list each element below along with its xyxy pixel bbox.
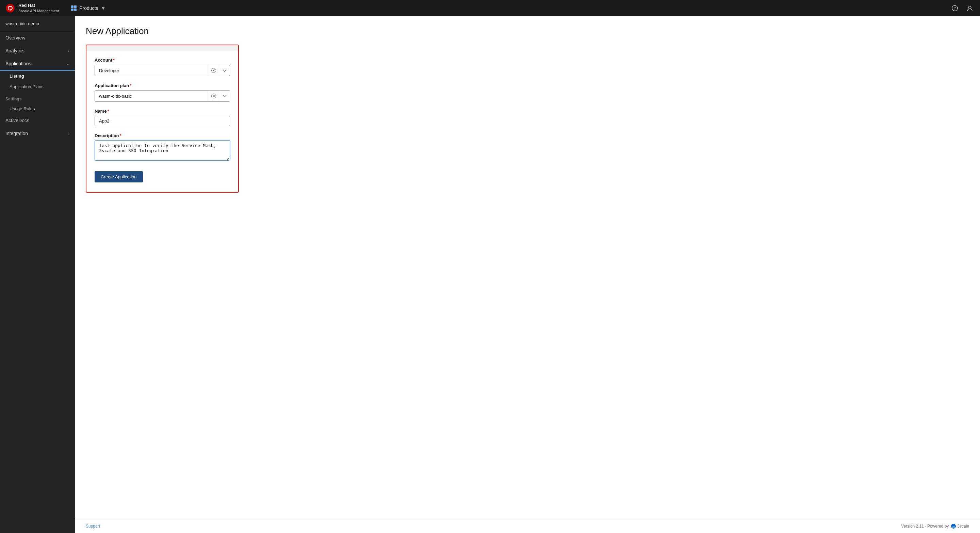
main-layout: wasm-oidc-demo Overview Analytics › Appl… (0, 16, 980, 533)
user-button[interactable] (965, 3, 975, 13)
application-plan-label: Application plan* (95, 83, 230, 88)
products-label: Products (79, 5, 98, 11)
sidebar-item-integration[interactable]: Integration › (0, 127, 75, 140)
svg-rect-4 (74, 8, 76, 11)
support-link[interactable]: Support (86, 524, 100, 528)
svg-text:?: ? (954, 6, 956, 10)
help-button[interactable]: ? (950, 3, 959, 13)
new-application-form: Account* Developer (86, 45, 239, 193)
account-select[interactable]: Developer (95, 65, 230, 76)
sidebar-item-usage-rules[interactable]: Usage Rules (0, 103, 75, 114)
plan-chevron-icon (223, 95, 227, 97)
account-field-group: Account* Developer (95, 57, 230, 76)
nav-right: ? (950, 3, 975, 13)
page-title: New Application (86, 26, 969, 37)
sidebar-item-applications[interactable]: Applications ⌄ (0, 57, 75, 71)
sidebar-item-application-plans[interactable]: Application Plans (0, 81, 75, 92)
activedocs-label: ActiveDocs (5, 118, 29, 123)
account-clear-button[interactable] (208, 65, 219, 76)
description-field-group: Description* Test application to verify … (95, 133, 230, 162)
application-plans-label: Application Plans (10, 84, 43, 89)
svg-rect-1 (71, 5, 73, 8)
products-menu-button[interactable]: Products ▼ (67, 3, 109, 14)
listing-label: Listing (10, 73, 24, 79)
plan-clear-icon (211, 94, 216, 99)
application-plan-value: wasm-oidc-basic (95, 91, 208, 101)
dropdown-chevron-icon (223, 69, 227, 72)
plan-dropdown-button[interactable] (219, 91, 230, 102)
sidebar-item-overview[interactable]: Overview (0, 31, 75, 44)
form-header-bar (86, 45, 238, 51)
name-field-group: Name* (95, 108, 230, 126)
clear-icon (211, 68, 216, 73)
applications-chevron-icon: ⌄ (66, 61, 69, 66)
plan-clear-button[interactable] (208, 91, 219, 102)
analytics-chevron-icon: › (68, 48, 69, 53)
sidebar: wasm-oidc-demo Overview Analytics › Appl… (0, 16, 75, 533)
scale-logo: 3s 3scale (951, 523, 969, 529)
name-label: Name* (95, 108, 230, 114)
description-label: Description* (95, 133, 230, 138)
create-application-button[interactable]: Create Application (95, 171, 143, 183)
account-required-star: * (113, 57, 115, 63)
redhat-logo-icon (5, 3, 15, 13)
version-info: Version 2.11 · Powered by 3s 3scale (901, 523, 969, 529)
sidebar-item-listing[interactable]: Listing (0, 71, 75, 81)
name-required-star: * (107, 108, 109, 114)
nav-left: Red Hat 3scale API Management Products ▼ (5, 3, 109, 14)
account-dropdown-button[interactable] (219, 65, 230, 76)
application-plan-select[interactable]: wasm-oidc-basic (95, 90, 230, 102)
top-navigation: Red Hat 3scale API Management Products ▼ (0, 0, 980, 16)
sidebar-item-activedocs[interactable]: ActiveDocs (0, 114, 75, 127)
integration-label: Integration (5, 131, 28, 136)
sidebar-item-analytics[interactable]: Analytics › (0, 44, 75, 57)
svg-point-7 (969, 6, 971, 9)
chevron-down-icon: ▼ (101, 5, 106, 11)
form-body: Account* Developer (86, 51, 238, 192)
page-content: New Application Account* Developer (75, 16, 980, 519)
main-content: New Application Account* Developer (75, 16, 980, 533)
account-select-value: Developer (95, 66, 208, 76)
scale-label: 3scale (957, 524, 969, 528)
settings-section-label: Settings (0, 92, 75, 103)
applications-label: Applications (5, 61, 31, 66)
tenant-name: wasm-oidc-demo (0, 16, 75, 31)
svg-text:3s: 3s (952, 525, 955, 528)
brand-text: Red Hat 3scale API Management (18, 3, 59, 13)
svg-point-0 (6, 4, 14, 12)
description-required-star: * (120, 133, 121, 138)
svg-rect-2 (74, 5, 76, 8)
brand: Red Hat 3scale API Management (5, 3, 59, 13)
svg-rect-3 (71, 8, 73, 11)
usage-rules-label: Usage Rules (10, 106, 35, 111)
grid-icon (70, 5, 77, 11)
name-input[interactable] (95, 116, 230, 126)
brand-name: Red Hat (18, 3, 59, 8)
integration-chevron-icon: › (68, 131, 69, 136)
brand-sub: 3scale API Management (18, 8, 59, 13)
description-input[interactable]: Test application to verify the Service M… (95, 140, 230, 161)
application-plan-field-group: Application plan* wasm-oidc-basic (95, 83, 230, 102)
scale-logo-icon: 3s (951, 523, 956, 529)
account-label: Account* (95, 57, 230, 63)
version-text: Version 2.11 · Powered by (901, 524, 949, 528)
page-footer: Support Version 2.11 · Powered by 3s 3sc… (75, 519, 980, 533)
plan-required-star: * (130, 83, 131, 88)
analytics-label: Analytics (5, 48, 24, 53)
overview-label: Overview (5, 35, 25, 40)
